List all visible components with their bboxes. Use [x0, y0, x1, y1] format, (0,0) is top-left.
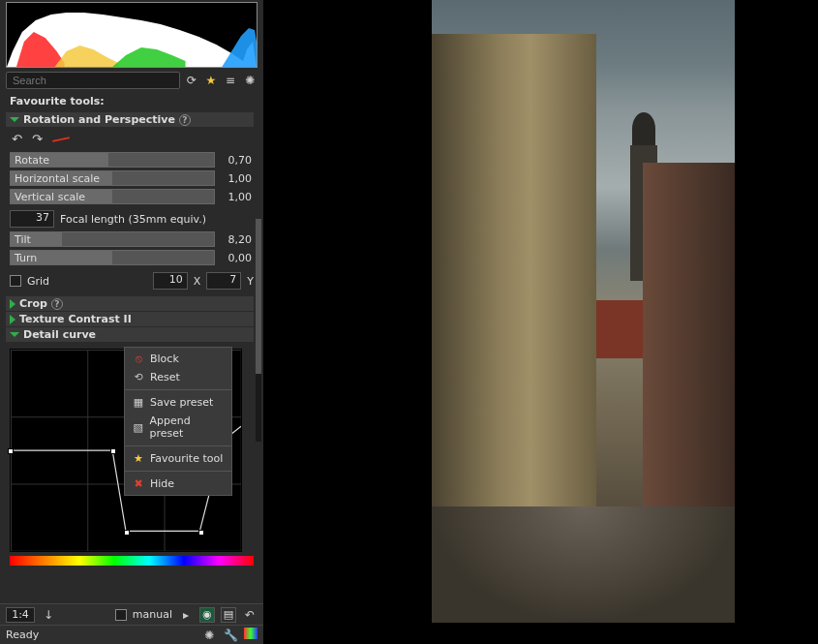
chevron-down-icon [10, 117, 19, 122]
tilt-value[interactable]: 8,20 [215, 233, 254, 246]
curve-handle[interactable] [110, 448, 116, 454]
help-icon[interactable]: ? [51, 298, 63, 310]
menu-append-preset[interactable]: ▧ Append preset [125, 412, 231, 443]
append-preset-icon: ▧ [133, 421, 143, 433]
favourite-tools-label: Favourite tools: [4, 93, 263, 111]
status-text: Ready [6, 629, 39, 641]
manual-checkbox[interactable] [115, 609, 127, 621]
image-viewer[interactable] [263, 0, 818, 644]
menu-block[interactable]: ⦸ Block [125, 350, 231, 368]
status-bar: Ready ✺ 🔧 [0, 625, 263, 644]
sidebar: ⟳ ★ ≡ ✺ Favourite tools: Rotation and Pe… [0, 0, 263, 644]
refresh-icon[interactable]: ⟳ [184, 73, 199, 88]
help-icon[interactable]: ? [179, 114, 191, 126]
svg-marker-4 [222, 28, 257, 67]
hue-strip[interactable] [10, 556, 254, 566]
menu-hide[interactable]: ✖ Hide [125, 475, 231, 493]
grid-row: Grid 10 X 7 Y [10, 272, 254, 290]
rotate-value[interactable]: 0,70 [215, 154, 254, 167]
turn-slider[interactable]: Turn 0,00 [10, 249, 254, 266]
menu-separator [125, 389, 231, 390]
focal-length-value[interactable]: 37 [10, 210, 54, 228]
vscale-slider[interactable]: Vertical scale 1,00 [10, 188, 254, 205]
block-icon: ⦸ [133, 353, 144, 365]
menu-favourite-tool[interactable]: ★ Favourite tool [125, 449, 231, 468]
gear-icon[interactable]: ✺ [201, 628, 217, 643]
grid-checkbox[interactable] [10, 275, 21, 287]
rotate-slider[interactable]: Rotate 0,70 [10, 151, 254, 169]
play-icon[interactable]: ▸ [178, 607, 194, 623]
toggle-preview-icon[interactable]: ◉ [199, 607, 215, 623]
wrench-icon[interactable]: 🔧 [223, 628, 238, 643]
heading-detail-curve-label: Detail curve [23, 328, 96, 341]
scrollbar[interactable] [256, 219, 261, 442]
reset-icon: ⟲ [133, 372, 144, 383]
heading-detail-curve[interactable]: Detail curve [6, 327, 254, 342]
search-row: ⟳ ★ ≡ ✺ [0, 72, 263, 93]
rgb-icon[interactable] [244, 628, 258, 639]
heading-texture[interactable]: Texture Contrast II [6, 312, 254, 326]
bottom-toolbar: 1:4 ↓ manual ▸ ◉ ▤ ↶ [0, 603, 263, 625]
heading-crop[interactable]: Crop ? [6, 296, 254, 311]
manual-label: manual [133, 608, 172, 621]
grid-x-value[interactable]: 10 [153, 272, 188, 290]
heading-rotation-label: Rotation and Perspective [23, 113, 175, 126]
grid-y-label: Y [247, 275, 254, 288]
preview-image [432, 0, 735, 623]
focal-length-label: Focal length (35mm equiv.) [60, 213, 206, 226]
heading-crop-label: Crop [19, 297, 47, 310]
save-preset-icon: ▦ [133, 397, 144, 409]
context-menu: ⦸ Block ⟲ Reset ▦ Save preset ▧ Append p… [124, 347, 232, 496]
zoom-down-icon[interactable]: ↓ [41, 607, 56, 623]
histogram-svg [7, 3, 257, 67]
grid-x-label: X [194, 275, 201, 288]
chevron-right-icon [10, 315, 15, 324]
undo-icon[interactable]: ↶ [12, 132, 22, 146]
zoom-value[interactable]: 1:4 [6, 607, 35, 623]
save-icon[interactable]: ▤ [221, 607, 236, 623]
menu-separator [125, 445, 231, 446]
hscale-slider[interactable]: Horizontal scale 1,00 [10, 169, 254, 187]
curve-handle[interactable] [8, 448, 14, 454]
chevron-right-icon [10, 299, 15, 309]
menu-save-preset[interactable]: ▦ Save preset [125, 393, 231, 412]
tilt-slider[interactable]: Tilt 8,20 [10, 230, 254, 248]
favourite-filter-icon[interactable]: ★ [203, 73, 219, 88]
menu-icon[interactable]: ≡ [223, 73, 238, 88]
curve-handle[interactable] [198, 530, 204, 536]
hscale-value[interactable]: 1,00 [215, 172, 254, 185]
heading-rotation[interactable]: Rotation and Perspective ? [6, 112, 254, 127]
redo-icon[interactable]: ↷ [32, 132, 43, 146]
undo-small-icon[interactable]: ↶ [242, 607, 258, 623]
focal-length-field[interactable]: 37 Focal length (35mm equiv.) [10, 209, 254, 229]
heading-texture-label: Texture Contrast II [19, 313, 132, 325]
menu-separator [125, 471, 231, 472]
histogram-panel[interactable] [6, 2, 258, 68]
curve-handle[interactable] [124, 530, 130, 536]
menu-reset[interactable]: ⟲ Reset [125, 368, 231, 386]
turn-value[interactable]: 0,00 [215, 252, 254, 264]
star-icon: ★ [133, 453, 144, 465]
search-input[interactable] [6, 72, 180, 89]
rotation-body: ↶ ↷ Rotate 0,70 Horizontal scale 1,00 Ve… [4, 128, 263, 295]
grid-label: Grid [27, 275, 49, 288]
chevron-down-icon [10, 332, 19, 337]
hide-icon: ✖ [133, 478, 144, 490]
gear-sun-icon[interactable]: ✺ [242, 73, 258, 88]
straighten-icon[interactable] [52, 137, 70, 142]
grid-y-value[interactable]: 7 [206, 272, 241, 290]
vscale-value[interactable]: 1,00 [215, 191, 254, 203]
